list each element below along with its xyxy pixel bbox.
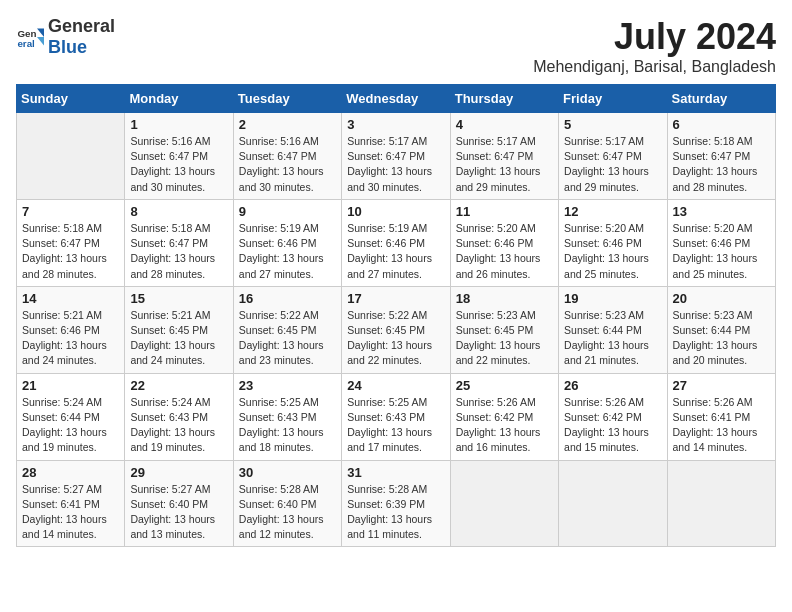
calendar-cell: 16Sunrise: 5:22 AMSunset: 6:45 PMDayligh… <box>233 286 341 373</box>
calendar-cell: 5Sunrise: 5:17 AMSunset: 6:47 PMDaylight… <box>559 113 667 200</box>
header-wednesday: Wednesday <box>342 85 450 113</box>
day-number: 11 <box>456 204 553 219</box>
day-number: 3 <box>347 117 444 132</box>
day-info: Sunrise: 5:23 AMSunset: 6:44 PMDaylight:… <box>564 308 661 369</box>
day-info: Sunrise: 5:26 AMSunset: 6:42 PMDaylight:… <box>456 395 553 456</box>
day-info: Sunrise: 5:17 AMSunset: 6:47 PMDaylight:… <box>347 134 444 195</box>
day-number: 15 <box>130 291 227 306</box>
day-number: 2 <box>239 117 336 132</box>
day-number: 7 <box>22 204 119 219</box>
svg-marker-2 <box>37 29 44 37</box>
day-info: Sunrise: 5:17 AMSunset: 6:47 PMDaylight:… <box>564 134 661 195</box>
calendar-cell <box>17 113 125 200</box>
week-row-3: 14Sunrise: 5:21 AMSunset: 6:46 PMDayligh… <box>17 286 776 373</box>
day-info: Sunrise: 5:28 AMSunset: 6:39 PMDaylight:… <box>347 482 444 543</box>
day-info: Sunrise: 5:16 AMSunset: 6:47 PMDaylight:… <box>130 134 227 195</box>
calendar-cell: 9Sunrise: 5:19 AMSunset: 6:46 PMDaylight… <box>233 199 341 286</box>
header: Gen eral General Blue July 2024 Mehendig… <box>16 16 776 76</box>
header-saturday: Saturday <box>667 85 775 113</box>
calendar-cell: 20Sunrise: 5:23 AMSunset: 6:44 PMDayligh… <box>667 286 775 373</box>
day-info: Sunrise: 5:16 AMSunset: 6:47 PMDaylight:… <box>239 134 336 195</box>
day-info: Sunrise: 5:22 AMSunset: 6:45 PMDaylight:… <box>239 308 336 369</box>
day-info: Sunrise: 5:27 AMSunset: 6:40 PMDaylight:… <box>130 482 227 543</box>
day-number: 10 <box>347 204 444 219</box>
day-number: 31 <box>347 465 444 480</box>
day-info: Sunrise: 5:20 AMSunset: 6:46 PMDaylight:… <box>673 221 770 282</box>
calendar-cell <box>667 460 775 547</box>
day-info: Sunrise: 5:20 AMSunset: 6:46 PMDaylight:… <box>564 221 661 282</box>
day-info: Sunrise: 5:21 AMSunset: 6:45 PMDaylight:… <box>130 308 227 369</box>
day-info: Sunrise: 5:24 AMSunset: 6:43 PMDaylight:… <box>130 395 227 456</box>
day-number: 9 <box>239 204 336 219</box>
day-number: 23 <box>239 378 336 393</box>
calendar-cell: 15Sunrise: 5:21 AMSunset: 6:45 PMDayligh… <box>125 286 233 373</box>
day-info: Sunrise: 5:26 AMSunset: 6:41 PMDaylight:… <box>673 395 770 456</box>
day-number: 8 <box>130 204 227 219</box>
header-thursday: Thursday <box>450 85 558 113</box>
week-row-5: 28Sunrise: 5:27 AMSunset: 6:41 PMDayligh… <box>17 460 776 547</box>
calendar-table: SundayMondayTuesdayWednesdayThursdayFrid… <box>16 84 776 547</box>
day-info: Sunrise: 5:18 AMSunset: 6:47 PMDaylight:… <box>130 221 227 282</box>
day-number: 22 <box>130 378 227 393</box>
day-number: 24 <box>347 378 444 393</box>
day-number: 27 <box>673 378 770 393</box>
day-number: 19 <box>564 291 661 306</box>
calendar-cell <box>559 460 667 547</box>
day-info: Sunrise: 5:23 AMSunset: 6:44 PMDaylight:… <box>673 308 770 369</box>
day-info: Sunrise: 5:25 AMSunset: 6:43 PMDaylight:… <box>239 395 336 456</box>
logo-text: General Blue <box>48 16 115 58</box>
day-info: Sunrise: 5:28 AMSunset: 6:40 PMDaylight:… <box>239 482 336 543</box>
day-number: 29 <box>130 465 227 480</box>
calendar-cell: 31Sunrise: 5:28 AMSunset: 6:39 PMDayligh… <box>342 460 450 547</box>
calendar-cell: 4Sunrise: 5:17 AMSunset: 6:47 PMDaylight… <box>450 113 558 200</box>
calendar-cell: 30Sunrise: 5:28 AMSunset: 6:40 PMDayligh… <box>233 460 341 547</box>
day-number: 30 <box>239 465 336 480</box>
day-info: Sunrise: 5:21 AMSunset: 6:46 PMDaylight:… <box>22 308 119 369</box>
calendar-cell: 3Sunrise: 5:17 AMSunset: 6:47 PMDaylight… <box>342 113 450 200</box>
day-number: 28 <box>22 465 119 480</box>
svg-text:eral: eral <box>17 38 35 49</box>
main-title: July 2024 <box>533 16 776 58</box>
week-row-2: 7Sunrise: 5:18 AMSunset: 6:47 PMDaylight… <box>17 199 776 286</box>
calendar-cell: 26Sunrise: 5:26 AMSunset: 6:42 PMDayligh… <box>559 373 667 460</box>
day-info: Sunrise: 5:19 AMSunset: 6:46 PMDaylight:… <box>239 221 336 282</box>
day-info: Sunrise: 5:17 AMSunset: 6:47 PMDaylight:… <box>456 134 553 195</box>
calendar-cell: 19Sunrise: 5:23 AMSunset: 6:44 PMDayligh… <box>559 286 667 373</box>
svg-marker-3 <box>37 37 44 45</box>
day-number: 17 <box>347 291 444 306</box>
title-area: July 2024 Mehendiganj, Barisal, Banglade… <box>533 16 776 76</box>
calendar-cell: 18Sunrise: 5:23 AMSunset: 6:45 PMDayligh… <box>450 286 558 373</box>
logo-general: General <box>48 16 115 36</box>
week-row-1: 1Sunrise: 5:16 AMSunset: 6:47 PMDaylight… <box>17 113 776 200</box>
calendar-cell: 11Sunrise: 5:20 AMSunset: 6:46 PMDayligh… <box>450 199 558 286</box>
logo-blue: Blue <box>48 37 87 57</box>
day-number: 21 <box>22 378 119 393</box>
calendar-cell: 23Sunrise: 5:25 AMSunset: 6:43 PMDayligh… <box>233 373 341 460</box>
day-number: 4 <box>456 117 553 132</box>
day-number: 20 <box>673 291 770 306</box>
calendar-cell: 2Sunrise: 5:16 AMSunset: 6:47 PMDaylight… <box>233 113 341 200</box>
day-info: Sunrise: 5:26 AMSunset: 6:42 PMDaylight:… <box>564 395 661 456</box>
day-info: Sunrise: 5:19 AMSunset: 6:46 PMDaylight:… <box>347 221 444 282</box>
day-number: 13 <box>673 204 770 219</box>
header-monday: Monday <box>125 85 233 113</box>
calendar-cell: 24Sunrise: 5:25 AMSunset: 6:43 PMDayligh… <box>342 373 450 460</box>
day-number: 12 <box>564 204 661 219</box>
day-number: 26 <box>564 378 661 393</box>
calendar-cell: 8Sunrise: 5:18 AMSunset: 6:47 PMDaylight… <box>125 199 233 286</box>
calendar-cell: 12Sunrise: 5:20 AMSunset: 6:46 PMDayligh… <box>559 199 667 286</box>
calendar-cell: 17Sunrise: 5:22 AMSunset: 6:45 PMDayligh… <box>342 286 450 373</box>
calendar-cell <box>450 460 558 547</box>
day-info: Sunrise: 5:18 AMSunset: 6:47 PMDaylight:… <box>673 134 770 195</box>
day-number: 16 <box>239 291 336 306</box>
calendar-cell: 7Sunrise: 5:18 AMSunset: 6:47 PMDaylight… <box>17 199 125 286</box>
calendar-cell: 13Sunrise: 5:20 AMSunset: 6:46 PMDayligh… <box>667 199 775 286</box>
day-number: 5 <box>564 117 661 132</box>
calendar-cell: 14Sunrise: 5:21 AMSunset: 6:46 PMDayligh… <box>17 286 125 373</box>
week-row-4: 21Sunrise: 5:24 AMSunset: 6:44 PMDayligh… <box>17 373 776 460</box>
calendar-cell: 6Sunrise: 5:18 AMSunset: 6:47 PMDaylight… <box>667 113 775 200</box>
day-number: 18 <box>456 291 553 306</box>
day-info: Sunrise: 5:22 AMSunset: 6:45 PMDaylight:… <box>347 308 444 369</box>
calendar-cell: 27Sunrise: 5:26 AMSunset: 6:41 PMDayligh… <box>667 373 775 460</box>
calendar-cell: 22Sunrise: 5:24 AMSunset: 6:43 PMDayligh… <box>125 373 233 460</box>
